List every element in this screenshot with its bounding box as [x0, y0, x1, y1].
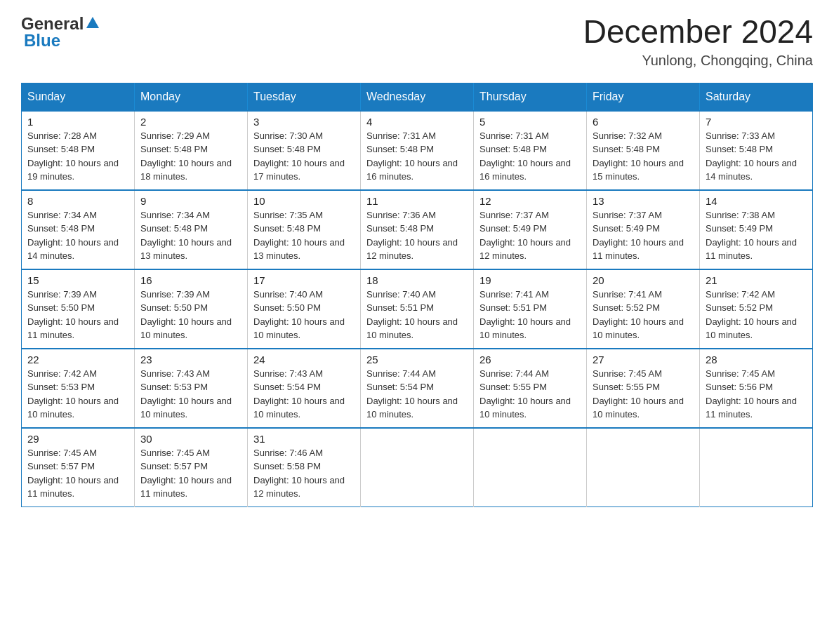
- day-number: 16: [140, 274, 241, 286]
- day-cell: 30 Sunrise: 7:45 AMSunset: 5:57 PMDaylig…: [135, 428, 248, 507]
- day-cell: 4 Sunrise: 7:31 AMSunset: 5:48 PMDayligh…: [361, 111, 474, 190]
- day-cell: 27 Sunrise: 7:45 AMSunset: 5:55 PMDaylig…: [587, 349, 700, 428]
- day-info: Sunrise: 7:45 AMSunset: 5:55 PMDaylight:…: [593, 368, 684, 420]
- day-info: Sunrise: 7:41 AMSunset: 5:51 PMDaylight:…: [479, 289, 571, 341]
- day-number: 26: [479, 354, 581, 365]
- day-cell: 12 Sunrise: 7:37 AMSunset: 5:49 PMDaylig…: [474, 190, 587, 269]
- day-info: Sunrise: 7:29 AMSunset: 5:48 PMDaylight:…: [140, 130, 232, 182]
- weekday-header-row: SundayMondayTuesdayWednesdayThursdayFrid…: [22, 83, 813, 111]
- day-info: Sunrise: 7:45 AMSunset: 5:57 PMDaylight:…: [140, 448, 232, 499]
- day-cell: 18 Sunrise: 7:40 AMSunset: 5:51 PMDaylig…: [361, 269, 474, 349]
- day-info: Sunrise: 7:44 AMSunset: 5:55 PMDaylight:…: [479, 368, 571, 420]
- weekday-header-monday: Monday: [135, 83, 248, 111]
- weekday-header-thursday: Thursday: [474, 83, 587, 111]
- day-cell: 13 Sunrise: 7:37 AMSunset: 5:49 PMDaylig…: [587, 190, 700, 269]
- day-cell: 2 Sunrise: 7:29 AMSunset: 5:48 PMDayligh…: [135, 111, 248, 190]
- day-cell: 9 Sunrise: 7:34 AMSunset: 5:48 PMDayligh…: [135, 190, 248, 269]
- day-info: Sunrise: 7:43 AMSunset: 5:53 PMDaylight:…: [140, 368, 232, 420]
- day-number: 23: [140, 354, 241, 365]
- day-cell: 28 Sunrise: 7:45 AMSunset: 5:56 PMDaylig…: [700, 349, 813, 428]
- day-info: Sunrise: 7:36 AMSunset: 5:48 PMDaylight:…: [366, 210, 458, 262]
- day-cell: 6 Sunrise: 7:32 AMSunset: 5:48 PMDayligh…: [587, 111, 700, 190]
- day-info: Sunrise: 7:33 AMSunset: 5:48 PMDaylight:…: [706, 130, 797, 182]
- week-row-1: 1 Sunrise: 7:28 AMSunset: 5:48 PMDayligh…: [22, 111, 813, 190]
- day-number: 21: [706, 274, 807, 286]
- day-number: 14: [706, 195, 807, 207]
- week-row-2: 8 Sunrise: 7:34 AMSunset: 5:48 PMDayligh…: [22, 190, 813, 269]
- day-number: 2: [140, 116, 241, 128]
- day-info: Sunrise: 7:40 AMSunset: 5:50 PMDaylight:…: [253, 289, 345, 341]
- day-cell: 15 Sunrise: 7:39 AMSunset: 5:50 PMDaylig…: [22, 269, 135, 349]
- day-info: Sunrise: 7:32 AMSunset: 5:48 PMDaylight:…: [593, 130, 684, 182]
- day-cell: 31 Sunrise: 7:46 AMSunset: 5:58 PMDaylig…: [248, 428, 361, 507]
- day-number: 18: [366, 274, 468, 286]
- day-number: 5: [479, 116, 581, 128]
- month-title: December 2024: [583, 14, 813, 50]
- day-number: 13: [593, 195, 694, 207]
- weekday-header-wednesday: Wednesday: [361, 83, 474, 111]
- weekday-header-saturday: Saturday: [700, 83, 813, 111]
- day-info: Sunrise: 7:31 AMSunset: 5:48 PMDaylight:…: [366, 130, 458, 182]
- day-info: Sunrise: 7:37 AMSunset: 5:49 PMDaylight:…: [479, 210, 571, 262]
- day-number: 29: [27, 433, 128, 445]
- day-info: Sunrise: 7:40 AMSunset: 5:51 PMDaylight:…: [366, 289, 458, 341]
- day-cell: 26 Sunrise: 7:44 AMSunset: 5:55 PMDaylig…: [474, 349, 587, 428]
- day-cell: 20 Sunrise: 7:41 AMSunset: 5:52 PMDaylig…: [587, 269, 700, 349]
- day-number: 20: [593, 274, 694, 286]
- day-cell: 21 Sunrise: 7:42 AMSunset: 5:52 PMDaylig…: [700, 269, 813, 349]
- weekday-header-friday: Friday: [587, 83, 700, 111]
- day-number: 17: [253, 274, 355, 286]
- day-number: 19: [479, 274, 581, 286]
- day-cell: 7 Sunrise: 7:33 AMSunset: 5:48 PMDayligh…: [700, 111, 813, 190]
- title-block: December 2024 Yunlong, Chongqing, China: [583, 14, 813, 69]
- day-number: 25: [366, 354, 468, 365]
- location: Yunlong, Chongqing, China: [583, 53, 813, 69]
- day-number: 30: [140, 433, 241, 445]
- day-number: 1: [27, 116, 128, 128]
- day-number: 31: [253, 433, 355, 445]
- week-row-3: 15 Sunrise: 7:39 AMSunset: 5:50 PMDaylig…: [22, 269, 813, 349]
- day-info: Sunrise: 7:34 AMSunset: 5:48 PMDaylight:…: [27, 210, 119, 262]
- day-info: Sunrise: 7:41 AMSunset: 5:52 PMDaylight:…: [593, 289, 684, 341]
- day-cell: 14 Sunrise: 7:38 AMSunset: 5:49 PMDaylig…: [700, 190, 813, 269]
- day-cell: 11 Sunrise: 7:36 AMSunset: 5:48 PMDaylig…: [361, 190, 474, 269]
- logo-blue-text: Blue: [24, 31, 60, 51]
- day-number: 7: [706, 116, 807, 128]
- day-number: 3: [253, 116, 355, 128]
- day-info: Sunrise: 7:45 AMSunset: 5:56 PMDaylight:…: [706, 368, 797, 420]
- day-info: Sunrise: 7:37 AMSunset: 5:49 PMDaylight:…: [593, 210, 684, 262]
- day-info: Sunrise: 7:39 AMSunset: 5:50 PMDaylight:…: [27, 289, 119, 341]
- day-cell: 5 Sunrise: 7:31 AMSunset: 5:48 PMDayligh…: [474, 111, 587, 190]
- day-number: 4: [366, 116, 468, 128]
- day-number: 28: [706, 354, 807, 365]
- day-number: 22: [27, 354, 128, 365]
- day-cell: [587, 428, 700, 507]
- day-cell: 3 Sunrise: 7:30 AMSunset: 5:48 PMDayligh…: [248, 111, 361, 190]
- day-info: Sunrise: 7:39 AMSunset: 5:50 PMDaylight:…: [140, 289, 232, 341]
- day-info: Sunrise: 7:28 AMSunset: 5:48 PMDaylight:…: [27, 130, 119, 182]
- logo: General Blue: [21, 14, 100, 51]
- day-cell: [361, 428, 474, 507]
- day-cell: 10 Sunrise: 7:35 AMSunset: 5:48 PMDaylig…: [248, 190, 361, 269]
- day-cell: [700, 428, 813, 507]
- day-number: 12: [479, 195, 581, 207]
- day-cell: 23 Sunrise: 7:43 AMSunset: 5:53 PMDaylig…: [135, 349, 248, 428]
- day-info: Sunrise: 7:34 AMSunset: 5:48 PMDaylight:…: [140, 210, 232, 262]
- day-cell: 25 Sunrise: 7:44 AMSunset: 5:54 PMDaylig…: [361, 349, 474, 428]
- svg-marker-0: [86, 17, 99, 28]
- day-info: Sunrise: 7:43 AMSunset: 5:54 PMDaylight:…: [253, 368, 345, 420]
- day-cell: [474, 428, 587, 507]
- day-cell: 29 Sunrise: 7:45 AMSunset: 5:57 PMDaylig…: [22, 428, 135, 507]
- day-cell: 8 Sunrise: 7:34 AMSunset: 5:48 PMDayligh…: [22, 190, 135, 269]
- day-number: 15: [27, 274, 128, 286]
- day-info: Sunrise: 7:38 AMSunset: 5:49 PMDaylight:…: [706, 210, 797, 262]
- day-info: Sunrise: 7:45 AMSunset: 5:57 PMDaylight:…: [27, 448, 119, 499]
- day-info: Sunrise: 7:42 AMSunset: 5:53 PMDaylight:…: [27, 368, 119, 420]
- weekday-header-tuesday: Tuesday: [248, 83, 361, 111]
- day-cell: 1 Sunrise: 7:28 AMSunset: 5:48 PMDayligh…: [22, 111, 135, 190]
- day-cell: 24 Sunrise: 7:43 AMSunset: 5:54 PMDaylig…: [248, 349, 361, 428]
- day-number: 6: [593, 116, 694, 128]
- day-info: Sunrise: 7:46 AMSunset: 5:58 PMDaylight:…: [253, 448, 345, 499]
- day-number: 11: [366, 195, 468, 207]
- day-number: 27: [593, 354, 694, 365]
